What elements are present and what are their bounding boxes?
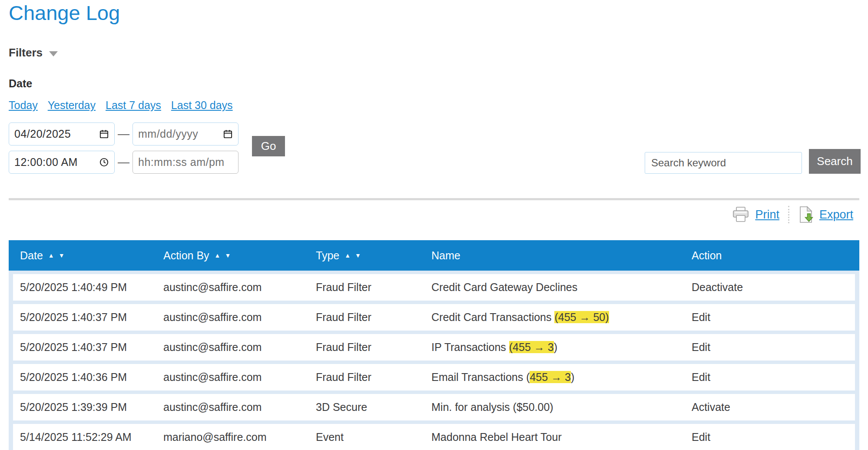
cell-type: Fraud Filter: [316, 341, 431, 354]
chevron-down-icon: [49, 51, 58, 56]
cell-date: 5/20/2025 1:39:39 PM: [20, 401, 163, 414]
cell-action-by: mariano@saffire.com: [163, 431, 316, 443]
cell-name: Madonna Rebel Heart Tour: [431, 431, 692, 443]
cell-type: Fraud Filter: [316, 371, 431, 384]
cell-action-by: austinc@saffire.com: [163, 401, 316, 414]
cell-name: Email Transactions (455 → 3): [431, 371, 692, 384]
sort-asc-icon[interactable]: ▲: [215, 252, 221, 258]
cell-action: Edit: [692, 371, 855, 384]
range-separator: —: [115, 156, 133, 169]
cell-action: Deactivate: [692, 281, 855, 294]
time-from-field[interactable]: [9, 151, 115, 174]
cell-name: Credit Card Transactions (455 → 50): [431, 311, 692, 324]
table-header-row: Date ▲▼ Action By ▲▼ Type ▲▼ Name Action: [9, 240, 859, 271]
cell-type: 3D Secure: [316, 401, 431, 414]
date-range-row: —: [9, 122, 239, 146]
time-from-input[interactable]: [14, 156, 96, 169]
sort-desc-icon[interactable]: ▼: [355, 252, 361, 258]
link-last-7-days[interactable]: Last 7 days: [106, 99, 161, 112]
link-last-30-days[interactable]: Last 30 days: [171, 99, 233, 112]
link-today[interactable]: Today: [9, 99, 38, 112]
printer-icon[interactable]: [732, 206, 749, 223]
export-link[interactable]: Export: [819, 208, 853, 222]
date-from-field[interactable]: [9, 122, 115, 146]
sort-desc-icon[interactable]: ▼: [225, 252, 231, 258]
cell-action-by: austinc@saffire.com: [163, 311, 316, 324]
time-to-field[interactable]: [133, 151, 239, 174]
sort-desc-icon[interactable]: ▼: [59, 252, 65, 258]
cell-type: Fraud Filter: [316, 311, 431, 324]
cell-action: Edit: [692, 311, 855, 324]
cell-action: Edit: [692, 431, 855, 443]
highlighted-change: (455 → 3: [509, 341, 554, 353]
date-from-input[interactable]: [14, 128, 96, 140]
cell-date: 5/20/2025 1:40:37 PM: [20, 311, 163, 324]
section-divider: [9, 198, 859, 200]
cell-action: Edit: [692, 341, 855, 354]
print-export-toolbar: Print Export: [732, 206, 853, 223]
export-icon[interactable]: [798, 206, 814, 223]
highlighted-change: 455 → 3: [530, 371, 571, 383]
column-header-name: Name: [431, 249, 692, 262]
highlighted-change: (455 → 50): [554, 311, 609, 323]
cell-date: 5/20/2025 1:40:49 PM: [20, 281, 163, 294]
calendar-icon[interactable]: [99, 129, 109, 139]
page-title: Change Log: [9, 1, 120, 25]
change-log-table: Date ▲▼ Action By ▲▼ Type ▲▼ Name Action…: [9, 240, 859, 450]
date-quick-links: Today Yesterday Last 7 days Last 30 days: [9, 99, 233, 112]
cell-type: Event: [316, 431, 431, 443]
range-separator: —: [115, 127, 133, 141]
table-row: 5/20/2025 1:40:37 PM austinc@saffire.com…: [13, 334, 855, 361]
date-to-field[interactable]: [133, 122, 239, 146]
cell-name: Credit Card Gateway Declines: [431, 281, 692, 294]
table-row: 5/14/2025 11:52:29 AM mariano@saffire.co…: [13, 424, 855, 450]
table-row: 5/20/2025 1:40:49 PM austinc@saffire.com…: [13, 274, 855, 301]
column-header-type[interactable]: Type ▲▼: [316, 249, 431, 262]
date-to-input[interactable]: [138, 128, 219, 140]
cell-type: Fraud Filter: [316, 281, 431, 294]
table-row: 5/20/2025 1:39:39 PM austinc@saffire.com…: [13, 394, 855, 420]
cell-action-by: austinc@saffire.com: [163, 281, 316, 294]
column-header-date[interactable]: Date ▲▼: [20, 249, 163, 262]
sort-asc-icon[interactable]: ▲: [48, 252, 54, 258]
clock-icon[interactable]: [99, 157, 109, 167]
go-button[interactable]: Go: [252, 136, 285, 156]
search-input[interactable]: [645, 152, 802, 174]
link-yesterday[interactable]: Yesterday: [48, 99, 96, 112]
filters-label: Filters: [9, 46, 43, 60]
column-header-action-by[interactable]: Action By ▲▼: [163, 249, 316, 262]
search-button[interactable]: Search: [809, 149, 861, 174]
cell-date: 5/20/2025 1:40:36 PM: [20, 371, 163, 384]
table-row: 5/20/2025 1:40:36 PM austinc@saffire.com…: [13, 364, 855, 390]
filters-toggle[interactable]: Filters: [9, 46, 58, 60]
cell-date: 5/20/2025 1:40:37 PM: [20, 341, 163, 354]
table-body: 5/20/2025 1:40:49 PM austinc@saffire.com…: [9, 271, 859, 450]
table-row: 5/20/2025 1:40:37 PM austinc@saffire.com…: [13, 304, 855, 331]
time-to-input[interactable]: [138, 156, 233, 169]
time-range-row: —: [9, 151, 239, 174]
cell-name: IP Transactions (455 → 3): [431, 341, 692, 354]
calendar-icon[interactable]: [223, 129, 233, 139]
sort-asc-icon[interactable]: ▲: [345, 252, 351, 258]
cell-action: Activate: [692, 401, 855, 414]
cell-name: Min. for analysis ($50.00): [431, 401, 692, 414]
cell-date: 5/14/2025 11:52:29 AM: [20, 431, 163, 443]
toolbar-separator: [788, 206, 789, 223]
cell-action-by: austinc@saffire.com: [163, 371, 316, 384]
print-link[interactable]: Print: [755, 208, 779, 222]
date-filter-label: Date: [9, 77, 32, 90]
column-header-action: Action: [692, 249, 859, 262]
cell-action-by: austinc@saffire.com: [163, 341, 316, 354]
